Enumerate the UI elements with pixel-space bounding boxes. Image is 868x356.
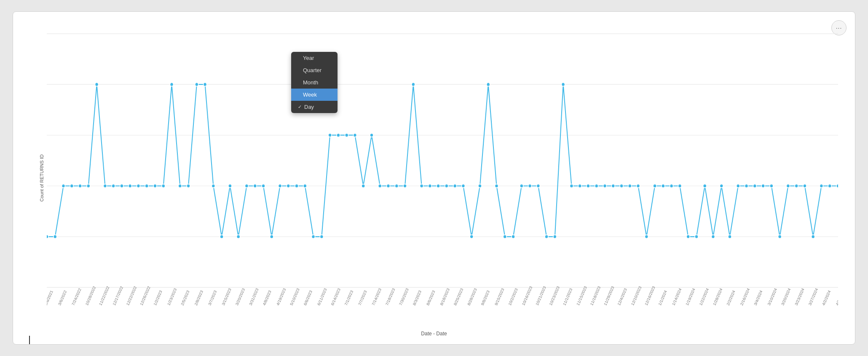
svg-point-111 — [378, 184, 382, 188]
svg-point-126 — [503, 235, 506, 239]
svg-point-94 — [237, 235, 240, 239]
svg-point-120 — [453, 184, 457, 188]
svg-point-76 — [87, 184, 90, 188]
svg-point-71 — [47, 235, 48, 239]
svg-point-91 — [212, 184, 215, 188]
svg-point-142 — [637, 184, 640, 188]
svg-point-102 — [303, 184, 307, 188]
svg-point-150 — [703, 184, 707, 188]
svg-point-146 — [670, 184, 673, 188]
cursor — [29, 336, 30, 344]
svg-point-158 — [770, 184, 773, 188]
svg-point-85 — [162, 184, 165, 188]
svg-point-104 — [320, 235, 323, 239]
svg-point-108 — [353, 133, 356, 137]
svg-point-159 — [778, 235, 782, 239]
svg-point-107 — [345, 133, 348, 137]
svg-point-153 — [728, 235, 731, 239]
svg-point-112 — [386, 184, 390, 188]
svg-point-105 — [328, 133, 332, 137]
svg-point-101 — [295, 184, 298, 188]
svg-point-122 — [470, 235, 473, 239]
svg-point-95 — [245, 184, 248, 188]
svg-point-72 — [54, 235, 57, 239]
svg-point-135 — [578, 184, 581, 188]
svg-point-148 — [686, 235, 690, 239]
svg-point-138 — [603, 184, 606, 188]
svg-point-162 — [803, 184, 806, 188]
svg-point-140 — [620, 184, 623, 188]
svg-point-155 — [745, 184, 748, 188]
dropdown-item-month[interactable]: Month — [291, 76, 338, 89]
chart-area: 5 4 3 2 1 0 9/6/20213/6/20227/24/202210/… — [47, 24, 838, 310]
svg-point-82 — [137, 184, 140, 188]
svg-point-92 — [220, 235, 223, 239]
svg-point-119 — [445, 184, 448, 188]
svg-point-143 — [645, 235, 648, 239]
svg-point-129 — [528, 184, 532, 188]
svg-point-160 — [786, 184, 790, 188]
svg-point-74 — [70, 184, 73, 188]
svg-point-100 — [287, 184, 290, 188]
svg-point-73 — [62, 184, 65, 188]
svg-point-98 — [270, 235, 273, 239]
svg-point-93 — [228, 184, 232, 188]
svg-point-99 — [278, 184, 281, 188]
svg-point-87 — [178, 184, 182, 188]
svg-point-137 — [595, 184, 598, 188]
dropdown-item-year[interactable]: Year — [291, 52, 338, 64]
svg-point-149 — [695, 235, 698, 239]
svg-point-166 — [836, 184, 838, 188]
svg-point-164 — [820, 184, 823, 188]
svg-point-154 — [737, 184, 740, 188]
svg-point-79 — [112, 184, 115, 188]
svg-point-131 — [545, 235, 548, 239]
svg-point-110 — [370, 133, 373, 137]
svg-point-88 — [187, 184, 190, 188]
svg-point-152 — [720, 184, 723, 188]
svg-point-161 — [795, 184, 798, 188]
svg-point-116 — [420, 184, 423, 188]
outer-frame: ··· Count of RETURNS ID Year Quarter Mon… — [0, 0, 868, 356]
svg-point-114 — [403, 184, 407, 188]
svg-point-96 — [253, 184, 257, 188]
chart-container: ··· Count of RETURNS ID Year Quarter Mon… — [13, 11, 855, 345]
svg-point-80 — [120, 184, 123, 188]
svg-point-77 — [95, 83, 99, 86]
svg-point-156 — [753, 184, 756, 188]
svg-point-78 — [103, 184, 107, 188]
svg-point-81 — [129, 184, 132, 188]
svg-point-127 — [512, 235, 515, 239]
svg-point-121 — [461, 184, 465, 188]
dropdown-item-quarter[interactable]: Quarter — [291, 64, 338, 76]
svg-point-130 — [536, 184, 540, 188]
svg-point-90 — [204, 83, 207, 86]
svg-point-139 — [611, 184, 615, 188]
svg-point-75 — [78, 184, 82, 188]
svg-point-145 — [662, 184, 665, 188]
svg-point-89 — [195, 83, 198, 86]
svg-point-103 — [312, 235, 315, 239]
svg-point-117 — [428, 184, 431, 188]
svg-point-109 — [362, 184, 365, 188]
svg-point-115 — [412, 83, 415, 86]
svg-point-125 — [495, 184, 498, 188]
svg-point-157 — [761, 184, 765, 188]
time-granularity-dropdown[interactable]: Year Quarter Month Week Day — [291, 52, 338, 113]
y-axis-label: Count of RETURNS ID — [39, 154, 44, 202]
svg-point-163 — [812, 235, 815, 239]
dropdown-item-week[interactable]: Week — [291, 89, 338, 101]
svg-point-106 — [337, 133, 340, 137]
svg-point-118 — [437, 184, 440, 188]
dropdown-item-day[interactable]: Day — [291, 101, 338, 113]
svg-point-165 — [828, 184, 831, 188]
svg-point-86 — [170, 83, 173, 86]
svg-point-97 — [262, 184, 265, 188]
svg-point-147 — [678, 184, 681, 188]
svg-point-141 — [628, 184, 632, 188]
line-chart-svg — [47, 24, 838, 310]
svg-point-113 — [395, 184, 398, 188]
svg-point-144 — [653, 184, 656, 188]
svg-point-123 — [478, 184, 482, 188]
svg-point-132 — [553, 235, 557, 239]
